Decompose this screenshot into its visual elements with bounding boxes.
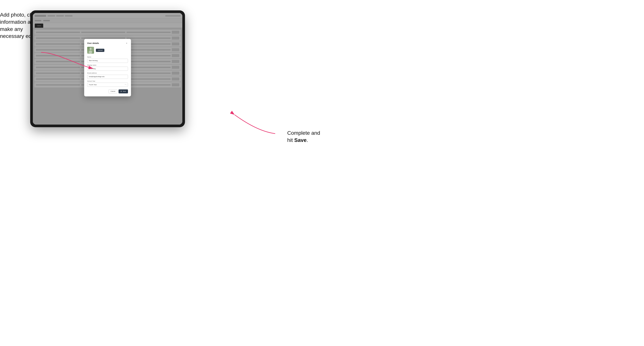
chevron-down-icon[interactable]: ⌄ [126, 84, 127, 85]
email-input[interactable] [87, 75, 128, 79]
school-year-input[interactable] [87, 83, 128, 87]
display-name-field-group: Display name [87, 64, 128, 71]
save-button[interactable]: ⬆ Save [118, 89, 128, 93]
clear-icon[interactable]: × [125, 84, 126, 85]
annotation-right-end: . [306, 137, 308, 143]
display-name-label: Display name [87, 64, 128, 66]
tablet-device: › Users [30, 10, 185, 127]
svg-point-3 [89, 50, 92, 53]
email-field-group: Email address [87, 72, 128, 79]
modal-footer: Cancel ⬆ Save [87, 89, 128, 93]
annotation-right-bold: Save [294, 137, 306, 143]
email-label: Email address [87, 72, 128, 74]
tablet-screen: › Users [33, 13, 182, 125]
name-input[interactable] [87, 59, 128, 63]
school-year-wrapper: × ⌄ [87, 83, 128, 87]
photo-upload-row: Upload [87, 47, 128, 53]
svg-point-2 [90, 47, 92, 50]
school-year-label: School Year [87, 80, 128, 82]
display-name-input[interactable] [87, 66, 128, 71]
close-icon[interactable]: × [125, 42, 128, 44]
user-details-modal: User details × Upload N [84, 39, 131, 96]
modal-header: User details × [87, 42, 128, 44]
save-icon: ⬆ [120, 90, 122, 92]
school-year-icons: × ⌄ [125, 84, 127, 85]
name-field-group: Name [87, 56, 128, 63]
cancel-button[interactable]: Cancel [108, 89, 118, 93]
photo-image [87, 47, 94, 53]
annotation-right-line1: Complete and [287, 130, 320, 136]
arrow-right-annotation [234, 113, 275, 136]
annotation-right: Complete and hit Save. [287, 130, 320, 144]
save-label: Save [123, 90, 126, 92]
user-photo-thumbnail [87, 47, 94, 53]
modal-title: User details [87, 42, 99, 44]
name-label: Name [87, 56, 128, 58]
upload-button[interactable]: Upload [96, 49, 104, 52]
school-year-field-group: School Year × ⌄ [87, 80, 128, 87]
annotation-right-line2: hit [287, 137, 294, 143]
